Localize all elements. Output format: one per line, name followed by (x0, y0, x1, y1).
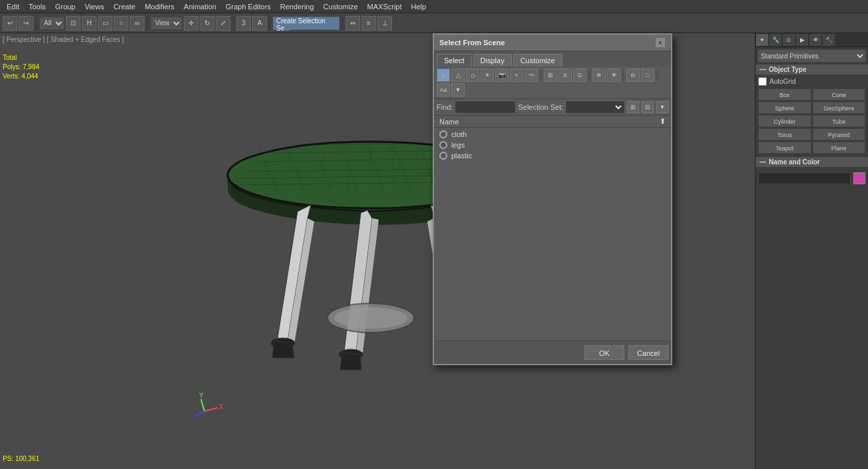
scale-btn[interactable]: ⤢ (216, 16, 230, 31)
tube-btn[interactable]: Tube (813, 115, 866, 127)
toolbar: ↩ ↪ All ⊡ H ▭ ○ ∞ View ✛ ↻ ⤢ 3 A Create … (0, 13, 868, 33)
dialog-footer: OK Cancel (434, 341, 671, 364)
list-item[interactable]: legs (434, 140, 671, 150)
menu-graph-editors[interactable]: Graph Editors (222, 1, 275, 12)
menu-tools[interactable]: Tools (25, 1, 50, 12)
lasso-select-btn[interactable]: ∞ (130, 16, 144, 31)
dialog-icon-groups[interactable]: G (573, 69, 586, 82)
dialog-icon-light[interactable]: ☀ (481, 69, 494, 82)
dlg-sep2 (589, 70, 590, 80)
teapot-btn[interactable]: Teapot (758, 142, 811, 154)
dialog-icon-more[interactable]: ▼ (451, 83, 465, 96)
plane-btn[interactable]: Plane (813, 142, 866, 154)
ok-button[interactable]: OK (584, 345, 624, 360)
sort-icon[interactable]: ⬆ (660, 117, 666, 126)
sphere-btn[interactable]: Sphere (758, 102, 811, 114)
menu-views[interactable]: Views (81, 1, 108, 12)
dialog-close-btn[interactable]: × (655, 37, 666, 48)
select-from-scene-dialog[interactable]: Select From Scene × Select Display Custo… (433, 33, 672, 365)
menu-customize[interactable]: Customize (320, 1, 362, 12)
dialog-icon-case[interactable]: Aa (437, 83, 450, 96)
sel-set-label: Selection Set: (518, 103, 563, 111)
find-icon-btn2[interactable]: ⊟ (642, 101, 654, 113)
menu-maxscript[interactable]: MAXScript (363, 1, 406, 12)
object-type-dropdown[interactable]: Standard Primitives (758, 49, 866, 63)
align-btn[interactable]: ≡ (361, 16, 376, 31)
dialog-tab-display[interactable]: Display (473, 54, 512, 67)
dialog-list[interactable]: cloth legs plastic (434, 128, 671, 341)
circle-select-btn[interactable]: ○ (114, 16, 128, 31)
dialog-icon-camera[interactable]: 📷 (495, 69, 509, 82)
sel-set-dropdown[interactable] (566, 101, 624, 113)
pyramid-btn[interactable]: Pyramid (813, 128, 866, 140)
create-tab[interactable]: ✦ (756, 33, 769, 47)
dialog-icon-helper[interactable]: + (510, 69, 523, 82)
dialog-tabs: Select Display Customize (434, 51, 671, 67)
angle-snap-btn[interactable]: A (252, 16, 267, 31)
cylinder-btn[interactable]: Cylinder (758, 115, 811, 127)
find-icon-btn1[interactable]: ⊞ (627, 101, 639, 113)
find-icon-btn3[interactable]: ▼ (656, 101, 668, 113)
rotate-btn[interactable]: ↻ (200, 16, 214, 31)
name-color-row (758, 172, 865, 184)
view-dropdown[interactable]: View (150, 17, 182, 30)
dialog-icon-shape[interactable]: ◇ (466, 69, 479, 82)
dlg-sep1 (541, 70, 541, 80)
utility-tab[interactable]: 🔨 (822, 33, 835, 47)
select-btn[interactable]: ⊡ (66, 16, 81, 31)
rect-select-btn[interactable]: ▭ (98, 16, 112, 31)
menu-animation[interactable]: Animation (180, 1, 220, 12)
menu-create[interactable]: Create (109, 1, 139, 12)
box-btn[interactable]: Box (758, 88, 811, 100)
motion-tab[interactable]: ▶ (795, 33, 809, 47)
color-swatch[interactable] (853, 172, 865, 184)
object-type-grid: Box Cone Sphere GeoSphere Cylinder Tube … (758, 88, 865, 154)
dialog-toolbar: ○ △ ◇ ☀ 📷 + 〜 ⊞ X G ❄ 👁 ⊖ □ Aa ▼ (434, 67, 671, 99)
dialog-icon-frozen[interactable]: ❄ (592, 69, 606, 82)
mirror-btn[interactable]: ⇔ (345, 16, 360, 31)
svg-line-32 (194, 411, 204, 416)
svg-text:Y: Y (199, 392, 204, 399)
menu-group[interactable]: Group (51, 1, 80, 12)
dialog-icon-geo[interactable]: △ (451, 69, 465, 82)
find-input[interactable] (455, 101, 515, 113)
dialog-icon-space[interactable]: 〜 (525, 69, 538, 82)
menu-help[interactable]: Help (407, 1, 431, 12)
menu-rendering[interactable]: Rendering (276, 1, 318, 12)
list-item-radio (439, 152, 447, 160)
name-column-header: Name (439, 118, 459, 126)
redo-btn[interactable]: ↪ (19, 16, 33, 31)
list-item[interactable]: cloth (434, 129, 671, 140)
normal-align-btn[interactable]: ⊥ (377, 16, 392, 31)
geosphere-btn[interactable]: GeoSphere (813, 102, 866, 114)
cancel-button[interactable]: Cancel (628, 345, 668, 360)
name-input-field[interactable] (758, 172, 851, 184)
list-item-radio (439, 130, 447, 138)
hierarchy-tab[interactable]: ⊙ (782, 33, 795, 47)
select-name-btn[interactable]: H (82, 16, 97, 31)
undo-btn[interactable]: ↩ (3, 16, 17, 31)
create-selection-set[interactable]: Create Selection Se... (273, 17, 339, 30)
autogrid-checkbox[interactable] (758, 77, 767, 86)
move-btn[interactable]: ✛ (184, 16, 198, 31)
cone-btn[interactable]: Cone (813, 88, 866, 100)
torus-btn[interactable]: Torus (758, 128, 811, 140)
dialog-icon-bone[interactable]: ⊞ (544, 69, 557, 82)
dialog-icon-hidden[interactable]: 👁 (607, 69, 620, 82)
modify-tab[interactable]: 🔧 (769, 33, 782, 47)
display-tab[interactable]: 👁 (809, 33, 822, 47)
selection-filter-dropdown[interactable]: All (39, 17, 65, 30)
list-item[interactable]: plastic (434, 150, 671, 161)
dialog-tab-select[interactable]: Select (437, 54, 472, 67)
dialog-tab-customize[interactable]: Customize (513, 54, 562, 67)
dialog-titlebar: Select From Scene × (434, 35, 671, 51)
dialog-icon-all[interactable]: ○ (437, 69, 450, 82)
snap-btn[interactable]: 3 (236, 16, 251, 31)
menu-edit[interactable]: Edit (3, 1, 23, 12)
dialog-icon-none[interactable]: □ (641, 69, 654, 82)
dialog-icon-invert[interactable]: ⊖ (626, 69, 640, 82)
object-type-content: AutoGrid Box Cone Sphere GeoSphere Cylin… (756, 75, 868, 156)
menu-modifiers[interactable]: Modifiers (140, 1, 178, 12)
dialog-icon-xref[interactable]: X (558, 69, 572, 82)
find-label: Find: (437, 103, 453, 111)
